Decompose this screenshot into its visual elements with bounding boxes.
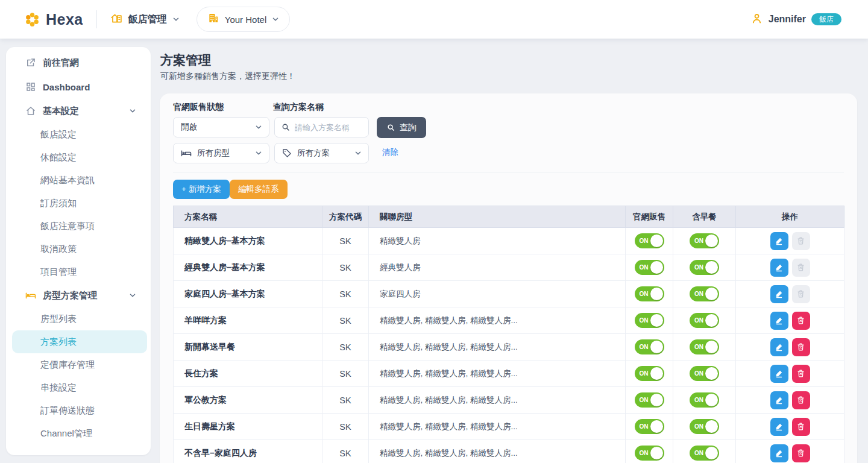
sidebar-item-訂單傳送狀態[interactable]: 訂單傳送狀態 bbox=[6, 399, 151, 422]
sidebar-item-label: Channel管理 bbox=[40, 428, 92, 439]
delete-plan-button[interactable] bbox=[792, 418, 810, 436]
hotel-selector[interactable]: Your Hotel bbox=[197, 7, 291, 32]
web-sale-cell: ON bbox=[626, 387, 673, 414]
sidebar-item-網站基本資訊[interactable]: 網站基本資訊 bbox=[6, 169, 151, 192]
table-header-row: 方案名稱方案代碼關聯房型官網販售含早餐操作 bbox=[174, 206, 844, 228]
linked-rooms-cell: 經典雙人房 bbox=[369, 254, 626, 281]
web-sale-toggle[interactable]: ON bbox=[635, 313, 664, 328]
sidebar-item-串接設定[interactable]: 串接設定 bbox=[6, 376, 151, 399]
delete-plan-button[interactable] bbox=[792, 444, 810, 462]
sidebar-item-label: 方案列表 bbox=[40, 336, 77, 348]
product-menu[interactable]: 飯店管理 bbox=[110, 12, 180, 27]
sidebar-item-休館設定[interactable]: 休館設定 bbox=[6, 146, 151, 169]
sidebar-item-前往官網[interactable]: 前往官網 bbox=[6, 51, 151, 75]
clear-filters-link[interactable]: 清除 bbox=[382, 147, 398, 158]
breakfast-toggle[interactable]: ON bbox=[690, 260, 719, 275]
breakfast-toggle[interactable]: ON bbox=[690, 446, 719, 461]
edit-plan-button[interactable] bbox=[770, 418, 788, 436]
sidebar-item-訂房須知[interactable]: 訂房須知 bbox=[6, 192, 151, 215]
edit-plan-button[interactable] bbox=[770, 391, 788, 409]
room-type-select[interactable]: 所有房型 bbox=[173, 143, 269, 163]
sidebar-item-方案列表[interactable]: 方案列表 bbox=[12, 330, 147, 353]
plans-table: 方案名稱方案代碼關聯房型官網販售含早餐操作 精緻雙人房–基本方案SK精緻雙人房O… bbox=[173, 206, 844, 463]
breakfast-cell: ON bbox=[673, 254, 736, 281]
edit-languages-button[interactable]: 編輯多語系 bbox=[230, 180, 288, 199]
edit-plan-button[interactable] bbox=[770, 285, 788, 303]
breakfast-toggle[interactable]: ON bbox=[690, 366, 719, 381]
breakfast-toggle[interactable]: ON bbox=[690, 313, 719, 328]
chevron-down-icon bbox=[255, 150, 262, 157]
search-button[interactable]: 查詢 bbox=[377, 117, 426, 138]
sidebar-item-定價庫存管理[interactable]: 定價庫存管理 bbox=[6, 353, 151, 376]
table-row: 家庭四人房–基本方案SK家庭四人房ONON bbox=[174, 281, 844, 307]
sidebar-item-基本設定[interactable]: 基本設定 bbox=[6, 99, 151, 123]
sidebar-item-項目管理[interactable]: 項目管理 bbox=[6, 260, 151, 283]
sidebar-item-label: 房型列表 bbox=[40, 313, 77, 325]
web-sale-toggle[interactable]: ON bbox=[635, 260, 664, 275]
breakfast-toggle[interactable]: ON bbox=[690, 233, 719, 248]
sidebar-item-Dashboard[interactable]: Dashboard bbox=[6, 75, 151, 99]
edit-plan-button[interactable] bbox=[770, 259, 788, 277]
user-menu[interactable]: Jennifer 飯店 bbox=[750, 12, 841, 27]
actions-cell bbox=[736, 387, 844, 414]
sidebar-item-取消政策[interactable]: 取消政策 bbox=[6, 238, 151, 260]
brand-logo[interactable]: Hexa bbox=[24, 11, 83, 28]
web-sale-toggle[interactable]: ON bbox=[635, 419, 664, 434]
plan-name-cell: 軍公教方案 bbox=[174, 387, 322, 414]
delete-plan-button[interactable] bbox=[792, 338, 810, 356]
chevron-down-icon bbox=[354, 150, 362, 157]
plan-select[interactable]: 所有方案 bbox=[274, 143, 369, 163]
breakfast-toggle[interactable]: ON bbox=[690, 286, 719, 301]
plan-name-search-input[interactable] bbox=[295, 123, 363, 132]
add-plan-button[interactable]: + 新增方案 bbox=[173, 180, 230, 199]
plan-code-cell: SK bbox=[322, 440, 369, 463]
delete-plan-button[interactable] bbox=[792, 391, 810, 409]
topbar-divider bbox=[96, 10, 97, 28]
delete-plan-button[interactable] bbox=[792, 312, 810, 330]
web-sale-cell: ON bbox=[626, 361, 673, 387]
plan-code-cell: SK bbox=[322, 334, 369, 361]
status-select[interactable]: 開啟 bbox=[173, 117, 269, 137]
sidebar-item-飯店設定[interactable]: 飯店設定 bbox=[6, 123, 151, 146]
actions-cell bbox=[736, 281, 844, 307]
edit-plan-button[interactable] bbox=[770, 444, 788, 462]
sidebar-item-Channel管理[interactable]: Channel管理 bbox=[6, 422, 151, 445]
edit-plan-button[interactable] bbox=[770, 232, 788, 250]
column-header: 含早餐 bbox=[673, 206, 736, 228]
room-type-select-value: 所有房型 bbox=[197, 148, 230, 159]
web-sale-toggle[interactable]: ON bbox=[635, 339, 664, 354]
sidebar-item-房型列表[interactable]: 房型列表 bbox=[6, 307, 151, 330]
breakfast-toggle[interactable]: ON bbox=[690, 339, 719, 354]
breakfast-toggle[interactable]: ON bbox=[690, 419, 719, 434]
breakfast-cell: ON bbox=[673, 361, 736, 387]
linked-rooms-cell: 精緻雙人房 bbox=[369, 228, 626, 254]
linked-rooms-cell: 精緻雙人房, 精緻雙人房, 精緻雙人房... bbox=[369, 387, 626, 414]
web-sale-toggle[interactable]: ON bbox=[635, 446, 664, 461]
web-sale-toggle[interactable]: ON bbox=[635, 392, 664, 408]
breakfast-cell: ON bbox=[673, 307, 736, 334]
sidebar-item-飯店注意事項[interactable]: 飯店注意事項 bbox=[6, 215, 151, 238]
web-sale-toggle[interactable]: ON bbox=[635, 286, 664, 301]
topbar: Hexa 飯店管理 Your Hotel Jennifer 飯店 bbox=[0, 0, 868, 39]
sidebar-item-label: 項目管理 bbox=[40, 266, 77, 278]
sidebar-item-label: 前往官網 bbox=[43, 57, 79, 69]
column-header: 方案名稱 bbox=[174, 206, 322, 228]
plan-code-cell: SK bbox=[322, 387, 369, 414]
hotel-selector-label: Your Hotel bbox=[225, 14, 267, 25]
edit-plan-button[interactable] bbox=[770, 365, 788, 383]
sidebar-item-房型方案管理[interactable]: 房型方案管理 bbox=[6, 283, 151, 307]
plan-name-cell: 長住方案 bbox=[174, 361, 322, 387]
edit-plan-button[interactable] bbox=[770, 338, 788, 356]
web-sale-toggle[interactable]: ON bbox=[635, 366, 664, 381]
plan-name-cell: 生日壽星方案 bbox=[174, 414, 322, 440]
search-icon bbox=[386, 123, 395, 132]
actions-cell bbox=[736, 414, 844, 440]
web-sale-cell: ON bbox=[626, 228, 673, 254]
table-row: 不含早–家庭四人房SK精緻雙人房, 精緻雙人房, 精緻雙人房...ONON bbox=[174, 440, 844, 463]
edit-plan-button[interactable] bbox=[770, 312, 788, 330]
chevron-down-icon bbox=[172, 16, 180, 23]
web-sale-toggle[interactable]: ON bbox=[635, 233, 664, 248]
hexa-logo-icon bbox=[24, 11, 40, 28]
delete-plan-button[interactable] bbox=[792, 365, 810, 383]
breakfast-toggle[interactable]: ON bbox=[690, 392, 719, 408]
